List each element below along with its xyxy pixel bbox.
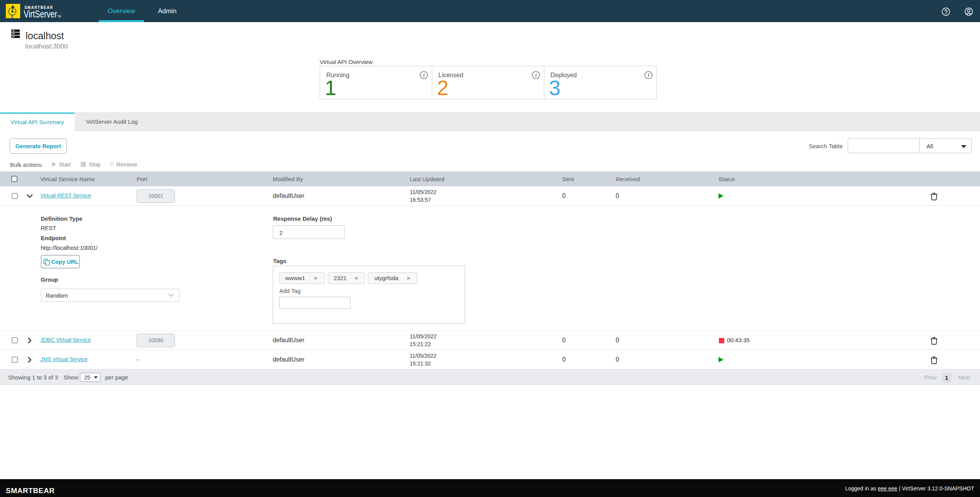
svg-text:i: i — [423, 72, 425, 78]
svg-text:i: i — [648, 72, 649, 78]
svg-text:i: i — [535, 72, 537, 78]
